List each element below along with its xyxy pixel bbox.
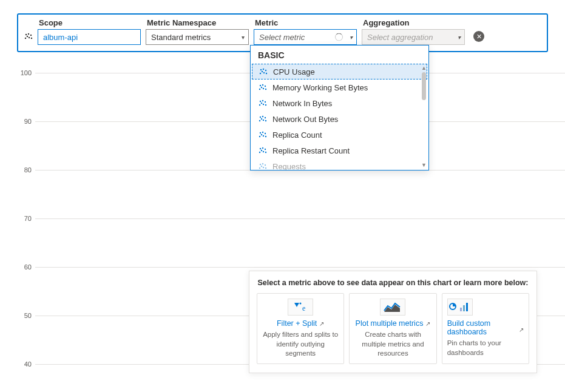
- y-tick-label: 100: [17, 69, 32, 76]
- metric-option-label: Replica Count: [272, 130, 322, 140]
- namespace-picker[interactable]: Standard metrics ▾: [146, 29, 249, 45]
- svg-marker-7: [294, 303, 299, 307]
- metric-dots-icon: [258, 146, 268, 155]
- svg-text:e: e: [302, 304, 305, 313]
- metric-dropdown: BASIC CPU UsageMemory Working Set BytesN…: [250, 45, 429, 171]
- tile-description: Create charts with multiple metrics and …: [354, 330, 431, 359]
- chevron-down-icon: ▾: [350, 34, 353, 41]
- tile-illustration-icon: [447, 299, 473, 316]
- help-card-title: Select a metric above to see data appear…: [257, 279, 529, 287]
- tile-link[interactable]: Build custom dashboards: [447, 319, 524, 336]
- metric-dots-icon: [258, 130, 268, 140]
- scope-label: Scope: [38, 18, 141, 27]
- loading-spinner-icon: [335, 33, 343, 41]
- metric-option[interactable]: Memory Working Set Bytes: [251, 79, 428, 95]
- scope-field: Scope album-api: [38, 18, 141, 45]
- aggregation-picker[interactable]: Select aggregation ▾: [362, 29, 465, 45]
- scope-value: album-api: [43, 33, 78, 42]
- metric-series-icon: [23, 32, 34, 41]
- metric-option[interactable]: Network Out Bytes: [251, 111, 428, 127]
- svg-rect-12: [460, 308, 462, 311]
- y-tick-label: 70: [17, 215, 32, 222]
- external-link-icon: ↗: [519, 326, 524, 333]
- help-tile[interactable]: Build custom dashboards↗Pin charts to yo…: [442, 293, 529, 364]
- scroll-up-icon[interactable]: ▲: [421, 66, 427, 71]
- help-tiles-row: eFilter + Split ↗Apply filters and split…: [257, 293, 529, 364]
- aggregation-label: Aggregation: [362, 18, 465, 27]
- chevron-down-icon: ▾: [458, 34, 461, 41]
- svg-rect-13: [463, 305, 465, 311]
- metric-option[interactable]: CPU Usage: [252, 64, 427, 79]
- help-tile[interactable]: eFilter + Split ↗Apply filters and split…: [257, 293, 344, 364]
- help-tile[interactable]: Plot multiple metrics ↗Create charts wit…: [349, 293, 436, 364]
- tile-link[interactable]: Filter + Split ↗: [277, 319, 324, 328]
- metric-option[interactable]: Requests: [251, 158, 428, 170]
- metric-option[interactable]: Network In Bytes: [251, 95, 428, 111]
- tile-link[interactable]: Plot multiple metrics ↗: [356, 319, 431, 328]
- metric-option-label: Network In Bytes: [272, 99, 332, 108]
- metric-option-label: CPU Usage: [273, 67, 315, 76]
- metric-option-label: Requests: [272, 162, 306, 171]
- metric-dots-icon: [258, 83, 268, 92]
- metric-dots-icon: [258, 114, 268, 124]
- metric-option-label: Replica Restart Count: [272, 146, 350, 155]
- y-tick-label: 90: [17, 118, 32, 125]
- y-tick-label: 60: [17, 263, 32, 271]
- scroll-thumb[interactable]: [422, 72, 426, 100]
- tile-illustration-icon: [380, 299, 405, 316]
- svg-rect-14: [466, 303, 468, 311]
- gridline: [35, 218, 565, 219]
- namespace-label: Metric Namespace: [146, 18, 249, 27]
- aggregation-field: Aggregation Select aggregation ▾: [362, 18, 465, 45]
- dropdown-list: CPU UsageMemory Working Set BytesNetwork…: [251, 64, 428, 170]
- tile-description: Pin charts to your dashboards: [447, 339, 524, 357]
- help-card: Select a metric above to see data appear…: [249, 271, 537, 373]
- scroll-down-icon[interactable]: ▼: [421, 163, 427, 168]
- tile-link-text: Filter + Split: [277, 319, 317, 328]
- metric-dots-icon: [258, 161, 268, 170]
- dropdown-section-header: BASIC: [251, 46, 428, 64]
- y-tick-label: 40: [17, 360, 32, 368]
- y-tick-label: 50: [17, 312, 32, 319]
- scope-picker[interactable]: album-api: [38, 29, 141, 45]
- svg-point-9: [300, 303, 302, 305]
- metric-field: Metric Select metric ▾: [254, 18, 357, 45]
- metric-option-label: Network Out Bytes: [272, 115, 338, 124]
- tile-link-text: Plot multiple metrics: [356, 319, 424, 328]
- external-link-icon: ↗: [319, 320, 324, 327]
- gridline: [35, 267, 565, 268]
- metric-placeholder: Select metric: [259, 33, 305, 42]
- metric-option[interactable]: Replica Count: [251, 127, 428, 143]
- tile-link-text: Build custom dashboards: [447, 319, 524, 336]
- metric-label: Metric: [254, 18, 357, 27]
- aggregation-placeholder: Select aggregation: [367, 33, 433, 42]
- metric-dots-icon: [258, 98, 268, 108]
- namespace-field: Metric Namespace Standard metrics ▾: [146, 18, 249, 45]
- metric-selector-bar: Scope album-api Metric Namespace Standar…: [17, 13, 548, 52]
- metric-dots-icon: [259, 67, 268, 76]
- tile-illustration-icon: e: [288, 299, 313, 316]
- close-icon[interactable]: ✕: [473, 31, 484, 42]
- namespace-value: Standard metrics: [151, 33, 211, 42]
- metric-option[interactable]: Replica Restart Count: [251, 143, 428, 158]
- metric-picker[interactable]: Select metric ▾: [254, 29, 357, 45]
- chevron-down-icon: ▾: [242, 34, 245, 41]
- metric-option-label: Memory Working Set Bytes: [272, 83, 368, 92]
- external-link-icon: ↗: [425, 320, 430, 327]
- y-tick-label: 80: [17, 166, 32, 174]
- scrollbar[interactable]: ▲ ▼: [422, 66, 426, 168]
- tile-description: Apply filters and splits to identify out…: [262, 330, 339, 359]
